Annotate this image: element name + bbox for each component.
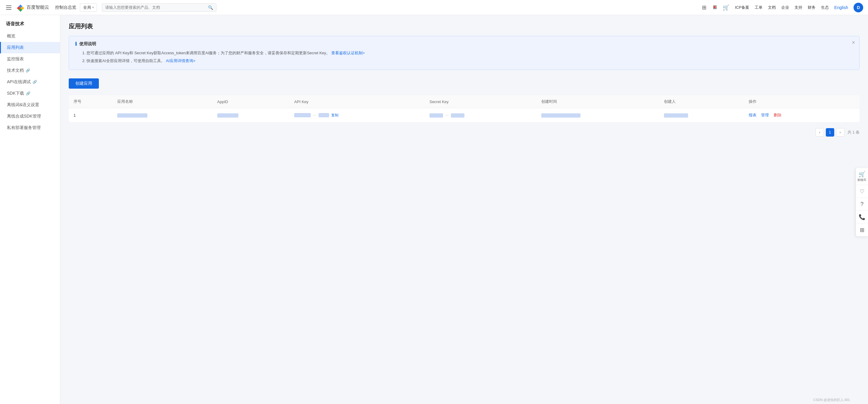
current-page-button[interactable]: 1	[826, 128, 834, 136]
cart-rt-icon: 🛒	[859, 171, 865, 178]
footer-note: CSDN @进你的巨人.001	[813, 398, 850, 402]
rt-cart[interactable]: 🛒 购物车	[856, 168, 868, 185]
icp-link[interactable]: ICP备案	[735, 5, 749, 10]
rt-help[interactable]: ?	[856, 198, 868, 211]
sidebar-item-private-deploy[interactable]: 私有部署服务管理	[0, 122, 60, 133]
cell-appid	[213, 108, 290, 122]
blurred-appname	[117, 113, 147, 118]
layout: 语音技术 概览 应用列表 监控报表 技术文档 🔗 API在线调试 🔗 SDK下载…	[0, 15, 868, 404]
info-banner-header: ℹ 使用说明	[75, 41, 853, 47]
sidebar-item-label: 私有部署服务管理	[7, 125, 41, 130]
cell-actions: 报表 管理 删除	[744, 108, 860, 122]
screen-icon[interactable]: 🖥	[712, 4, 717, 10]
search-icon[interactable]: 🔍	[208, 5, 213, 10]
topnav: 百度智能云 控制台总览 全局 ▾ 🔍 ⊞ 🖥 🛒 ICP备案 工单 文档 企业 …	[0, 0, 868, 15]
cell-index: 1	[69, 108, 113, 122]
col-secretkey: Secret Key	[425, 95, 536, 108]
cell-appname	[113, 108, 212, 122]
sidebar-item-api-debug[interactable]: API在线调试 🔗	[0, 76, 60, 88]
external-link-icon: 🔗	[33, 80, 37, 84]
close-banner-button[interactable]: ×	[852, 40, 855, 45]
control-center[interactable]: 控制台总览	[55, 5, 76, 10]
sidebar-item-applist[interactable]: 应用列表	[0, 42, 60, 53]
blurred-time	[541, 113, 581, 118]
sidebar-item-monitor[interactable]: 监控报表	[0, 53, 60, 65]
ai-app-query-link[interactable]: AI应用详情查询>	[166, 59, 195, 63]
chevron-down-icon: ▾	[92, 6, 94, 9]
sidebar-item-overview[interactable]: 概览	[0, 30, 60, 42]
rt-cart-label: 购物车	[858, 178, 867, 182]
col-appid: AppID	[213, 95, 290, 108]
blurred-apikey1	[294, 113, 311, 117]
search-input[interactable]	[105, 5, 206, 10]
cell-apikey: ··· 复制	[289, 108, 425, 122]
finance-link[interactable]: 财务	[808, 5, 815, 10]
ecology-link[interactable]: 生态	[821, 5, 829, 10]
info-banner-body: 1. 您可通过应用的 API Key和 Secret Key获取Access_t…	[75, 49, 853, 65]
blurred-appid	[217, 113, 239, 118]
blurred-sk2	[451, 113, 464, 118]
col-created-time: 创建时间	[536, 95, 659, 108]
cell-secretkey: ···	[425, 108, 536, 122]
heart-icon: ♡	[860, 188, 864, 195]
delete-link[interactable]: 删除	[774, 113, 781, 117]
copy-apikey-button[interactable]: 复制	[331, 113, 338, 117]
page-title: 应用列表	[69, 22, 860, 30]
search-bar[interactable]: 🔍	[102, 3, 216, 12]
sidebar-item-offline-sdk[interactable]: 离线合成SDK管理	[0, 111, 60, 122]
sidebar-item-label: API在线调试	[7, 79, 31, 85]
sidebar-item-techdoc[interactable]: 技术文档 🔗	[0, 65, 60, 76]
table-body: 1 ··· 复制 ···	[69, 108, 860, 122]
menu-icon[interactable]	[5, 4, 13, 11]
info-banner-title: 使用说明	[79, 41, 96, 47]
english-switch[interactable]: English	[834, 5, 848, 10]
auth-link[interactable]: 查看鉴权认证机制>	[331, 51, 365, 55]
cell-creator	[659, 108, 744, 122]
create-app-button[interactable]: 创建应用	[69, 79, 99, 89]
rt-apps[interactable]: ⊞	[856, 224, 868, 237]
support-link[interactable]: 支持	[795, 5, 802, 10]
cart-icon[interactable]: 🛒	[723, 4, 730, 11]
sidebar-item-label: 监控报表	[7, 56, 24, 62]
scope-selector[interactable]: 全局 ▾	[80, 3, 97, 12]
blurred-apikey2	[318, 113, 329, 117]
sidebar-item-label: 技术文档	[7, 68, 24, 73]
info-banner: ℹ 使用说明 1. 您可通过应用的 API Key和 Secret Key获取A…	[69, 36, 860, 70]
col-creator: 创建人	[659, 95, 744, 108]
docs-link[interactable]: 文档	[768, 5, 776, 10]
logo[interactable]: 百度智能云	[16, 3, 49, 12]
sidebar-item-label: 离线词&语义设置	[7, 102, 39, 107]
grid-icon[interactable]: ⊞	[702, 4, 707, 11]
next-page-button[interactable]: ›	[836, 128, 844, 136]
sidebar-title: 语音技术	[0, 21, 60, 30]
info-line-1: 1. 您可通过应用的 API Key和 Secret Key获取Access_t…	[82, 49, 853, 57]
rt-favorite[interactable]: ♡	[856, 185, 868, 198]
prev-page-button[interactable]: ‹	[815, 128, 824, 136]
apps-icon: ⊞	[860, 227, 864, 234]
avatar[interactable]: D	[854, 3, 863, 12]
external-link-icon: 🔗	[26, 91, 30, 96]
pagination: ‹ 1 › 共 1 条	[69, 128, 860, 136]
info-icon: ℹ	[75, 41, 77, 47]
rt-phone[interactable]: 📞	[856, 211, 868, 224]
report-link[interactable]: 报表	[749, 113, 756, 117]
sk-separator: ···	[445, 113, 449, 117]
cell-created-time	[536, 108, 659, 122]
sidebar-item-offline-word[interactable]: 离线词&语义设置	[0, 99, 60, 111]
table-row: 1 ··· 复制 ···	[69, 108, 860, 122]
sidebar-item-sdk[interactable]: SDK下载 🔗	[0, 88, 60, 99]
app-table: 序号 应用名称 AppID API Key Secret Key 创建时间 创建…	[69, 95, 860, 122]
topnav-right: ⊞ 🖥 🛒 ICP备案 工单 文档 企业 支持 财务 生态 English D	[702, 3, 863, 12]
manage-link[interactable]: 管理	[761, 113, 769, 117]
sidebar-item-label: 离线合成SDK管理	[7, 114, 41, 119]
copy-hint: ···	[313, 113, 316, 117]
main-content: 应用列表 ℹ 使用说明 1. 您可通过应用的 API Key和 Secret K…	[60, 15, 868, 404]
col-apikey: API Key	[289, 95, 425, 108]
topnav-left: 百度智能云 控制台总览 全局 ▾	[5, 3, 97, 12]
col-index: 序号	[69, 95, 113, 108]
sidebar-item-label: 概览	[7, 33, 16, 39]
enterprise-link[interactable]: 企业	[781, 5, 789, 10]
blurred-sk1	[430, 113, 443, 118]
phone-icon: 📞	[859, 214, 865, 220]
ticket-link[interactable]: 工单	[755, 5, 763, 10]
